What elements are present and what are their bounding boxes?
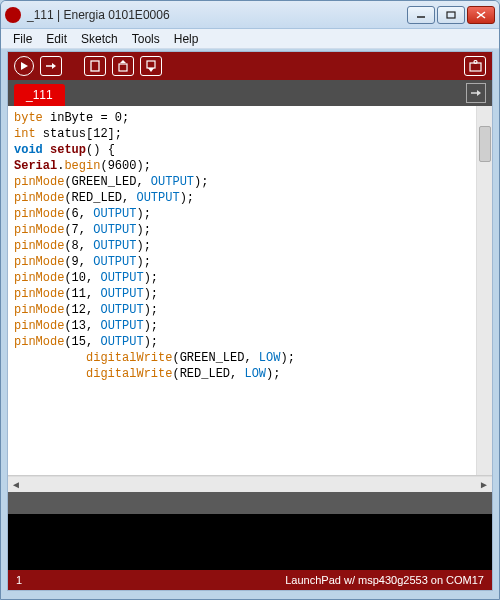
titlebar: _111 | Energia 0101E0006: [1, 1, 499, 29]
message-bar: [8, 492, 492, 514]
vertical-scrollbar[interactable]: [476, 106, 492, 475]
horizontal-scrollbar[interactable]: ◄ ►: [8, 476, 492, 492]
minimize-button[interactable]: [407, 6, 435, 24]
console[interactable]: [8, 514, 492, 570]
svg-rect-1: [447, 12, 455, 18]
save-button[interactable]: [140, 56, 162, 76]
menu-sketch[interactable]: Sketch: [75, 31, 124, 47]
svg-point-13: [474, 61, 477, 64]
status-board: LaunchPad w/ msp430g2553 on COM17: [285, 574, 484, 586]
scroll-right-arrow[interactable]: ►: [476, 477, 492, 493]
menubar: File Edit Sketch Tools Help: [1, 29, 499, 49]
new-button[interactable]: [84, 56, 106, 76]
svg-marker-6: [52, 63, 56, 69]
editor-wrap: byte inByte = 0;int status[12];void setu…: [8, 106, 492, 476]
window-title: _111 | Energia 0101E0006: [27, 8, 407, 22]
svg-marker-11: [148, 68, 154, 72]
svg-marker-4: [21, 62, 28, 70]
statusbar: 1 LaunchPad w/ msp430g2553 on COM17: [8, 570, 492, 590]
tabbar: _111: [8, 80, 492, 106]
upload-button[interactable]: [40, 56, 62, 76]
menu-file[interactable]: File: [7, 31, 38, 47]
svg-rect-8: [119, 64, 127, 71]
tab-active[interactable]: _111: [14, 84, 65, 106]
app-icon: [5, 7, 21, 23]
svg-rect-12: [470, 63, 481, 71]
tab-menu-button[interactable]: [466, 83, 486, 103]
code-editor[interactable]: byte inByte = 0;int status[12];void setu…: [8, 106, 476, 475]
client-area: _111 byte inByte = 0;int status[12];void…: [7, 51, 493, 591]
menu-edit[interactable]: Edit: [40, 31, 73, 47]
scroll-left-arrow[interactable]: ◄: [8, 477, 24, 493]
scroll-thumb[interactable]: [479, 126, 491, 162]
status-line: 1: [16, 574, 22, 586]
svg-marker-15: [477, 90, 481, 96]
svg-rect-10: [147, 61, 155, 68]
open-button[interactable]: [112, 56, 134, 76]
serial-monitor-button[interactable]: [464, 56, 486, 76]
tab-label: _111: [26, 88, 53, 102]
close-button[interactable]: [467, 6, 495, 24]
toolbar: [8, 52, 492, 80]
menu-help[interactable]: Help: [168, 31, 205, 47]
svg-marker-9: [120, 60, 126, 63]
menu-tools[interactable]: Tools: [126, 31, 166, 47]
maximize-button[interactable]: [437, 6, 465, 24]
svg-rect-7: [91, 61, 99, 71]
verify-button[interactable]: [14, 56, 34, 76]
